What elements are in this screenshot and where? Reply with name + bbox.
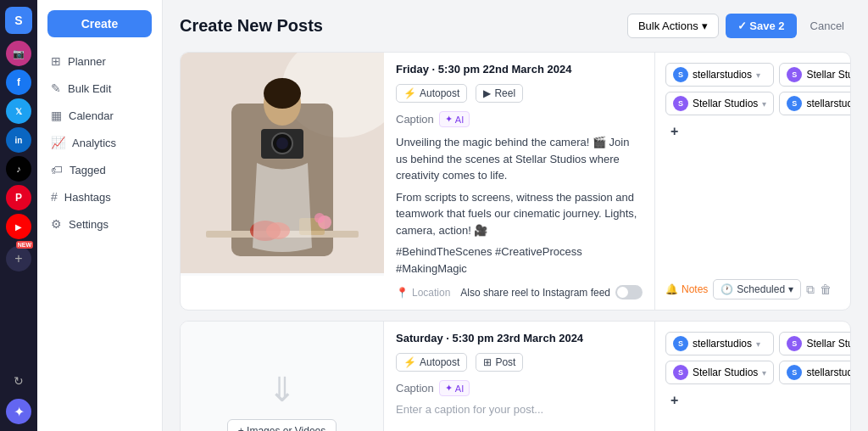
location-tag[interactable]: 📍 Location [396, 287, 450, 299]
reel-icon: ▶ [483, 87, 491, 99]
account-pill-6[interactable]: S Stellar Studios ▾ [779, 332, 851, 355]
ai-label: AI [455, 383, 464, 394]
svg-point-5 [276, 137, 288, 149]
sidebar-item-label: Settings [69, 218, 108, 231]
sidebar-item-analytics[interactable]: 📈 Analytics [37, 129, 162, 156]
chevron-down-icon: ▾ [756, 339, 760, 349]
ai-label: AI [455, 115, 464, 125]
account-avatar: S [787, 336, 802, 351]
account-pill-2[interactable]: S Stellar Studios ▾ [779, 63, 851, 87]
post-text-hashtags: #BehindTheScenes #CreativeProcess #Makin… [396, 243, 643, 277]
autopost-badge-1[interactable]: ⚡ Autopost [396, 84, 467, 103]
save-label: ✓ Save 2 [737, 20, 785, 32]
type-label: Post [495, 356, 515, 368]
svg-point-13 [314, 213, 325, 223]
planner-icon: ⊞ [51, 54, 61, 68]
social-icon-tiktok[interactable]: ♪ [6, 156, 31, 182]
post-sidebar-1: S stellarstudios ▾ S Stellar Studios ▾ S… [655, 53, 850, 310]
notes-button[interactable]: 🔔 Notes [665, 283, 708, 295]
bulk-edit-icon: ✎ [51, 81, 61, 95]
add-account-button[interactable]: + [665, 122, 840, 141]
account-pill-5[interactable]: S stellarstudios ▾ [665, 332, 774, 355]
sidebar-item-label: Calendar [69, 109, 114, 122]
post-image-1 [181, 53, 384, 276]
autopost-badge-2[interactable]: ⚡ Autopost [396, 353, 467, 372]
svg-point-7 [264, 78, 301, 109]
add-account-area: + NEW [6, 243, 31, 271]
account-name: Stellar Studios [806, 338, 851, 350]
location-label: Location [412, 287, 450, 299]
sidebar-item-label: Analytics [72, 137, 116, 149]
account-name: Stellar Studios [806, 69, 851, 81]
refresh-icon[interactable]: ↻ [6, 368, 31, 394]
ai-badge-2[interactable]: ✦ AI [439, 380, 470, 396]
account-pill-8[interactable]: S stellarstudios ▾ [779, 361, 851, 384]
social-icon-youtube[interactable]: ▶ [6, 214, 31, 239]
social-icon-facebook[interactable]: f [6, 70, 31, 95]
post-text-line-2: From scripts to screens, witness the pas… [396, 189, 643, 239]
type-badge-2[interactable]: ⊞ Post [476, 353, 523, 372]
type-badge-1[interactable]: ▶ Reel [476, 84, 523, 103]
account-pill-7[interactable]: S Stellar Studios ▾ [665, 361, 774, 384]
chevron-down-icon: ▾ [756, 70, 760, 80]
autopost-icon: ⚡ [403, 87, 416, 99]
account-avatar: S [673, 96, 688, 111]
post-sidebar-2: S stellarstudios ▾ S Stellar Studios ▾ S… [655, 322, 850, 431]
sidebar-item-hashtags[interactable]: # Hashtags [37, 183, 162, 210]
post-text-line-1: Unveiling the magic behind the camera! 🎬… [396, 134, 643, 184]
create-button[interactable]: Create [47, 10, 152, 37]
sidebar-item-calendar[interactable]: ▦ Calendar [37, 102, 162, 129]
share-toggle: Also share reel to Instagram feed [460, 285, 643, 299]
copy-icon[interactable]: ⧉ [806, 283, 815, 297]
sidebar-item-label: Bulk Edit [68, 82, 111, 95]
social-icon-linkedin[interactable]: in [6, 127, 31, 153]
social-icon-instagram[interactable]: 📷 [6, 41, 31, 66]
toggle-switch[interactable] [615, 285, 643, 299]
app-avatar[interactable]: S [5, 7, 32, 34]
upload-arrow-icon: ⇓ [268, 370, 297, 409]
account-avatar: S [787, 365, 802, 380]
bottom-icon-area: ↻ ✦ [6, 368, 31, 424]
sidebar-item-settings[interactable]: ⚙ Settings [37, 210, 162, 238]
ai-icon: ✦ [445, 383, 453, 394]
hashtags-icon: # [51, 190, 58, 204]
social-icon-twitter[interactable]: 𝕏 [6, 98, 31, 124]
account-name: stellarstudios [806, 367, 851, 378]
ai-badge-1[interactable]: ✦ AI [439, 111, 470, 127]
post-date-1: Friday · 5:30 pm 22nd March 2024 [396, 63, 571, 76]
chevron-down-icon: ▾ [788, 283, 793, 295]
account-name: Stellar Studios [693, 98, 758, 109]
caption-input-2[interactable]: Enter a caption for your post... [396, 403, 643, 416]
sidebar-item-label: Planner [68, 55, 106, 68]
post-content-2: Saturday · 5:30 pm 23rd March 2024 ⚡ Aut… [384, 322, 655, 431]
cancel-button[interactable]: Cancel [804, 14, 851, 37]
plus-circle-icon[interactable]: ✦ [6, 399, 31, 424]
icon-sidebar: S 📷 f 𝕏 in ♪ P ▶ + NEW ↻ ✦ [0, 0, 37, 431]
post-image-placeholder-2[interactable]: ⇓ + Images or Videos [181, 322, 384, 431]
sidebar-item-planner[interactable]: ⊞ Planner [37, 48, 162, 75]
share-label: Also share reel to Instagram feed [460, 287, 610, 299]
account-pill-1[interactable]: S stellarstudios ▾ [665, 63, 774, 87]
scheduled-button[interactable]: 🕐 Scheduled ▾ [713, 279, 801, 299]
delete-icon[interactable]: 🗑 [820, 283, 832, 296]
accounts-grid-2: S stellarstudios ▾ S Stellar Studios ▾ S… [665, 332, 840, 384]
account-pill-3[interactable]: S Stellar Studios ▾ [665, 92, 774, 115]
sidebar-item-bulk-edit[interactable]: ✎ Bulk Edit [37, 75, 162, 102]
save-button[interactable]: ✓ Save 2 [726, 14, 797, 38]
add-media-button[interactable]: + Images or Videos [227, 419, 337, 431]
header-actions: Bulk Actions ▾ ✓ Save 2 Cancel [627, 14, 851, 38]
add-account-button-2[interactable]: + [665, 391, 840, 410]
autopost-icon: ⚡ [403, 356, 416, 368]
account-pill-4[interactable]: S stellarstudios ▾ [779, 92, 851, 115]
bulk-actions-button[interactable]: Bulk Actions ▾ [627, 14, 719, 38]
settings-icon: ⚙ [51, 217, 62, 231]
social-icon-pinterest[interactable]: P [6, 185, 31, 210]
add-social-button[interactable]: + [6, 246, 31, 271]
tagged-icon: 🏷 [51, 163, 63, 176]
notes-icon: 🔔 [665, 283, 678, 295]
account-name: Stellar Studios [693, 367, 758, 378]
page-header: Create New Posts Bulk Actions ▾ ✓ Save 2… [180, 14, 851, 38]
sidebar-item-tagged[interactable]: 🏷 Tagged [37, 156, 162, 183]
post-card-1: Friday · 5:30 pm 22nd March 2024 ⚡ Autop… [180, 52, 851, 311]
account-avatar: S [787, 67, 802, 82]
